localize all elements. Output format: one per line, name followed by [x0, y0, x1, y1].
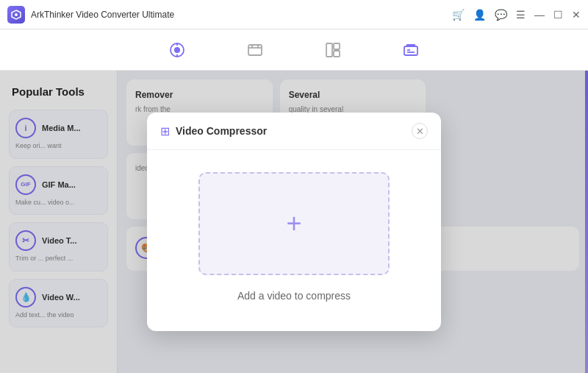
drop-zone[interactable]: +: [198, 172, 390, 275]
minimize-icon[interactable]: —: [534, 9, 545, 21]
modal-header-icon: ⊞: [160, 124, 170, 138]
svg-point-3: [174, 47, 180, 53]
svg-rect-6: [248, 45, 262, 55]
svg-rect-13: [404, 46, 417, 55]
user-icon[interactable]: 👤: [473, 9, 486, 21]
tab-converter[interactable]: [160, 36, 194, 64]
svg-rect-12: [334, 51, 340, 57]
modal-overlay: ⊞ Video Compressor ✕ + Add a video to co…: [0, 71, 588, 373]
title-bar: ArkThinker Video Converter Ultimate 🛒 👤 …: [0, 0, 588, 29]
drop-zone-label: Add a video to compress: [237, 290, 351, 302]
maximize-icon[interactable]: ☐: [553, 9, 563, 21]
modal-close-button[interactable]: ✕: [412, 123, 428, 139]
app-title: ArkThinker Video Converter Ultimate: [31, 10, 452, 20]
nav-tabs: [0, 29, 588, 71]
modal-title: Video Compressor: [176, 125, 406, 137]
video-compressor-modal: ⊞ Video Compressor ✕ + Add a video to co…: [147, 113, 441, 331]
modal-header: ⊞ Video Compressor ✕: [147, 113, 441, 150]
window-controls: 🛒 👤 💬 ☰ — ☐ ✕: [452, 9, 581, 21]
app-logo: [7, 6, 25, 24]
svg-rect-11: [334, 43, 340, 49]
chat-icon[interactable]: 💬: [495, 9, 507, 21]
drop-zone-plus-icon: +: [286, 210, 301, 237]
modal-body: + Add a video to compress: [147, 150, 441, 331]
tab-layout[interactable]: [316, 36, 350, 64]
window-close-icon[interactable]: ✕: [572, 9, 581, 21]
menu-icon[interactable]: ☰: [516, 9, 526, 21]
svg-rect-10: [326, 43, 332, 57]
main-content: Popular Tools i Media M... Keep ori... w…: [0, 71, 588, 373]
cart-icon[interactable]: 🛒: [452, 9, 465, 21]
svg-point-1: [15, 13, 18, 16]
tab-media[interactable]: [238, 36, 272, 64]
tab-tools[interactable]: [394, 36, 428, 64]
